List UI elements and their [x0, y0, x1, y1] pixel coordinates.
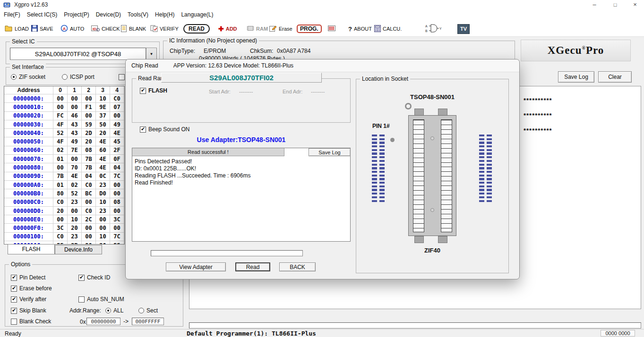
- calcu-button[interactable]: CALCU.: [374, 23, 402, 34]
- hex-byte[interactable]: C0: [110, 94, 124, 103]
- hex-byte[interactable]: 70: [68, 163, 82, 172]
- hex-byte[interactable]: 7B: [53, 172, 68, 181]
- hex-byte[interactable]: 10: [96, 94, 110, 103]
- hex-byte[interactable]: 3C: [53, 224, 68, 232]
- hex-byte[interactable]: 4F: [53, 120, 68, 129]
- pin-detect-checkbox[interactable]: Pin Detect: [11, 274, 45, 281]
- addr-range-sect-radio[interactable]: Sect: [138, 307, 158, 314]
- hex-byte[interactable]: 55: [53, 241, 68, 244]
- hex-byte[interactable]: 00: [82, 198, 96, 207]
- addr-range-all-radio[interactable]: ALL: [105, 307, 123, 314]
- menu-languagel[interactable]: Language(L): [181, 11, 218, 18]
- hex-byte[interactable]: 23: [68, 198, 82, 207]
- hex-byte[interactable]: F1: [82, 103, 96, 111]
- hex-byte[interactable]: 52: [68, 189, 82, 198]
- dialog-save-log-button[interactable]: Save Log: [309, 148, 351, 156]
- hex-byte[interactable]: 08: [82, 146, 96, 155]
- hex-byte[interactable]: 20: [53, 207, 68, 215]
- hex-byte[interactable]: 20: [96, 241, 110, 244]
- hex-viewer[interactable]: Address01234 00000000:00000010C000000010…: [4, 86, 125, 244]
- ic-dropdown-button[interactable]: ▼: [146, 48, 157, 60]
- hex-byte[interactable]: 7C: [110, 172, 124, 181]
- clear-button[interactable]: Clear: [598, 71, 632, 83]
- verify-button[interactable]: VERIFY: [150, 23, 179, 34]
- hex-byte[interactable]: 00: [110, 224, 124, 232]
- hex-byte[interactable]: 00: [53, 215, 68, 224]
- hex-byte[interactable]: 00: [53, 103, 68, 111]
- save-log-button[interactable]: Save Log: [558, 71, 594, 83]
- hex-byte[interactable]: 02: [68, 181, 82, 189]
- tab-flash[interactable]: FLASH: [8, 244, 55, 254]
- hex-byte[interactable]: 60: [96, 146, 110, 155]
- hex-byte[interactable]: 90: [82, 241, 96, 244]
- hex-byte[interactable]: 80: [53, 189, 68, 198]
- hex-byte[interactable]: 00: [110, 189, 124, 198]
- range-start-input[interactable]: 00000000: [86, 318, 120, 325]
- hex-byte[interactable]: 00: [82, 112, 96, 120]
- hex-byte[interactable]: 23: [96, 207, 110, 215]
- hex-byte[interactable]: 0C: [96, 172, 110, 181]
- hex-byte[interactable]: 2D: [82, 129, 96, 137]
- hex-byte[interactable]: 00: [68, 103, 82, 111]
- read-button[interactable]: Read: [235, 262, 270, 271]
- icsp-port-radio[interactable]: ICSP port: [62, 74, 94, 80]
- check-id-checkbox[interactable]: Check ID: [78, 274, 110, 281]
- hex-byte[interactable]: 08: [110, 198, 124, 207]
- hex-byte[interactable]: BC: [82, 189, 96, 198]
- menu-selectics[interactable]: Select IC(S): [27, 11, 63, 18]
- chip-insert-button[interactable]: [327, 23, 336, 34]
- hex-byte[interactable]: 55: [110, 241, 124, 244]
- hex-byte[interactable]: 43: [68, 129, 82, 137]
- hex-byte[interactable]: 45: [110, 137, 124, 146]
- hex-byte[interactable]: 01: [53, 155, 68, 163]
- hex-byte[interactable]: D0: [96, 189, 110, 198]
- hex-byte[interactable]: 0F: [110, 155, 124, 163]
- close-button[interactable]: ×: [629, 0, 641, 9]
- prog-button[interactable]: PROG.: [297, 23, 322, 34]
- hex-byte[interactable]: 46: [68, 112, 82, 120]
- hex-byte[interactable]: 3C: [110, 215, 124, 224]
- menu-deviced[interactable]: Device(D): [96, 11, 126, 18]
- hex-byte[interactable]: 00: [110, 112, 124, 120]
- ram-button[interactable]: RAM: [247, 23, 268, 34]
- hex-byte[interactable]: 20: [82, 137, 96, 146]
- check-button[interactable]: ID CHECK: [91, 23, 120, 34]
- read-toolbar-button[interactable]: READ: [183, 23, 210, 34]
- hex-byte[interactable]: 7E: [68, 146, 82, 155]
- title-bar[interactable]: Xgpro v12.63 – □ ×: [0, 0, 644, 9]
- skip-blank-checkbox[interactable]: Skip Blank: [11, 307, 46, 314]
- add-button[interactable]: ✚ ADD: [218, 23, 237, 34]
- hex-byte[interactable]: 4F: [53, 137, 68, 146]
- range-end-input[interactable]: 000FFFFF: [132, 318, 164, 325]
- blank-check-checkbox[interactable]: Blank Check: [11, 318, 51, 325]
- hex-byte[interactable]: 50: [96, 120, 110, 129]
- hex-byte[interactable]: 7B: [82, 155, 96, 163]
- menu-projectp[interactable]: Project(P): [64, 11, 94, 18]
- hex-byte[interactable]: 02: [53, 146, 68, 155]
- hex-byte[interactable]: 2F: [110, 146, 124, 155]
- hex-byte[interactable]: 37: [96, 112, 110, 120]
- hex-byte[interactable]: 7C: [110, 233, 124, 241]
- hex-byte[interactable]: 2C: [82, 215, 96, 224]
- hex-byte[interactable]: 00: [82, 94, 96, 103]
- hex-byte[interactable]: 4E: [110, 129, 124, 137]
- hex-byte[interactable]: 4E: [96, 163, 110, 172]
- hex-byte[interactable]: C0: [53, 233, 68, 241]
- hex-byte[interactable]: 00: [110, 207, 124, 215]
- menu-toolsv[interactable]: Tools(V): [128, 11, 154, 18]
- beep-sound-checkbox[interactable]: Beep Sound ON: [140, 126, 189, 133]
- about-button[interactable]: ? ABOUT: [348, 23, 372, 34]
- hex-byte[interactable]: 01: [53, 181, 68, 189]
- hex-byte[interactable]: 10: [68, 215, 82, 224]
- maximize-button[interactable]: □: [609, 0, 621, 9]
- hex-byte[interactable]: C0: [82, 207, 96, 215]
- ic-select-box[interactable]: S29AL008J70TFI02 @TSOP48: [10, 48, 146, 60]
- hex-byte[interactable]: 9E: [96, 103, 110, 111]
- hex-byte[interactable]: 2B: [68, 241, 82, 244]
- hex-byte[interactable]: 00: [82, 224, 96, 232]
- hex-byte[interactable]: 04: [110, 163, 124, 172]
- hex-byte[interactable]: 7B: [82, 163, 96, 172]
- hex-byte[interactable]: 49: [68, 137, 82, 146]
- verify-after-checkbox[interactable]: Verify after: [11, 296, 46, 303]
- hex-byte[interactable]: 10: [96, 198, 110, 207]
